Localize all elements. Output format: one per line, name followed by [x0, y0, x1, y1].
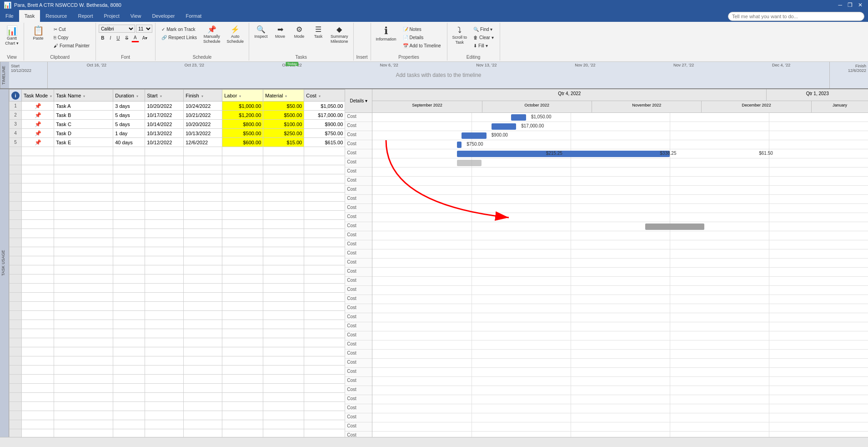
- format-painter-button[interactable]: 🖌 Format Painter: [51, 42, 92, 50]
- col-header-details[interactable]: Details ▾: [345, 89, 372, 112]
- tab-file[interactable]: File: [0, 10, 19, 22]
- empty-mode-14: [22, 274, 54, 284]
- underline-button[interactable]: U: [114, 34, 122, 42]
- empty-cost-3: [304, 174, 345, 183]
- col-header-taskmode[interactable]: Task Mode ▾: [22, 90, 54, 102]
- empty-start-23: [145, 356, 184, 366]
- details-cell-27: Cost: [345, 359, 372, 368]
- gantt-row-34: [372, 422, 868, 432]
- task-labor-4: $500.00: [222, 129, 263, 138]
- empty-dur-5: [113, 193, 145, 202]
- notes-button[interactable]: 📝 Notes: [401, 25, 443, 33]
- task-name-3: Task C: [54, 120, 113, 129]
- copy-button[interactable]: ⎘ Copy: [51, 34, 92, 41]
- font-color-a-button[interactable]: A: [131, 34, 139, 42]
- tab-project[interactable]: Project: [98, 10, 125, 22]
- strikethrough-button[interactable]: S: [123, 34, 130, 42]
- empty-dur-2: [113, 165, 145, 174]
- tab-task[interactable]: Task: [19, 10, 40, 22]
- gantt-cost-3: $900.00: [492, 132, 508, 137]
- task-material-1: $50.00: [263, 102, 304, 111]
- empty-dur-18: [113, 311, 145, 320]
- ribbon-group-font: Calibri 11 B I U S A A▾ Font: [96, 23, 156, 61]
- font-highlight-button[interactable]: A▾: [140, 34, 150, 42]
- col-header-duration[interactable]: Duration ▾: [113, 90, 145, 102]
- italic-button[interactable]: I: [107, 34, 113, 42]
- respect-links-button[interactable]: 🔗 Respect Links: [159, 34, 199, 41]
- empty-finish-29: [184, 411, 222, 420]
- empty-cost-14: [304, 274, 345, 284]
- auto-schedule-button[interactable]: ⚡ AutoSchedule: [224, 25, 246, 46]
- maximize-button[interactable]: ❐: [846, 2, 854, 8]
- clipboard-small-group: ✂ Cut ⎘ Copy 🖌 Format Painter: [50, 25, 93, 51]
- minimize-button[interactable]: ─: [836, 2, 844, 8]
- ribbon-search-input[interactable]: [728, 12, 864, 21]
- mark-on-track-button[interactable]: ✓ Mark on Track: [159, 25, 199, 33]
- font-size-select[interactable]: 11: [136, 25, 152, 33]
- gantt-row-4: $215.25$338.25$61.50: [372, 149, 868, 158]
- font-name-select[interactable]: Calibri: [99, 25, 135, 33]
- empty-row-num-11: [10, 247, 22, 256]
- info-button[interactable]: i: [11, 91, 20, 100]
- task-material-3: $100.00: [263, 120, 304, 129]
- col-header-finish[interactable]: Finish ▾: [184, 90, 222, 102]
- bold-button[interactable]: B: [99, 34, 106, 42]
- gantt-row-32: [372, 404, 868, 413]
- empty-start-0: [145, 147, 184, 156]
- tab-resource[interactable]: Resource: [40, 10, 72, 22]
- tab-view[interactable]: View: [125, 10, 147, 22]
- empty-material-5: [263, 193, 304, 202]
- summary-milestone-button[interactable]: ◆ SummaryMilestone: [328, 25, 351, 46]
- empty-material-17: [263, 302, 304, 311]
- clear-button[interactable]: 🗑 Clear ▾: [471, 34, 496, 41]
- empty-material-3: [263, 174, 304, 183]
- empty-finish-20: [184, 329, 222, 338]
- paste-button[interactable]: 📋 Paste: [27, 25, 50, 42]
- fill-button[interactable]: ⬇ Fill ▾: [471, 42, 496, 50]
- empty-finish-8: [184, 220, 222, 229]
- empty-dur-26: [113, 384, 145, 393]
- task-button[interactable]: ☰ Task: [309, 25, 327, 41]
- move-button[interactable]: ➡ Move: [271, 25, 289, 41]
- empty-name-12: [54, 256, 113, 265]
- details-cell-30: Cost: [345, 386, 372, 395]
- empty-mode-15: [22, 284, 54, 293]
- empty-labor-25: [222, 375, 263, 384]
- scroll-to-task-button[interactable]: ⤵ Scroll toTask: [450, 25, 470, 46]
- col-header-labor[interactable]: Labor ▾: [222, 90, 263, 102]
- cut-icon: ✂: [54, 27, 57, 32]
- details-cell-33: Cost: [345, 413, 372, 422]
- mode-button[interactable]: ⚙ Mode: [290, 25, 308, 41]
- inspect-button[interactable]: 🔍 Inspect: [252, 25, 270, 41]
- empty-cost-11: [304, 247, 345, 256]
- empty-name-8: [54, 220, 113, 229]
- details-button[interactable]: 📄 Details: [401, 34, 443, 41]
- tab-format[interactable]: Format: [181, 10, 207, 22]
- empty-dur-7: [113, 211, 145, 220]
- find-button[interactable]: 🔍 Find ▾: [471, 25, 496, 33]
- empty-name-11: [54, 247, 113, 256]
- empty-start-8: [145, 220, 184, 229]
- gantt-chart-button[interactable]: 📊 GanttChart ▾: [3, 25, 21, 47]
- col-header-taskname[interactable]: Task Name ▾: [54, 90, 113, 102]
- gantt-row-21: [372, 304, 868, 313]
- manually-schedule-button[interactable]: 📌 ManuallySchedule: [201, 25, 223, 46]
- details-cell-31: Cost: [345, 395, 372, 404]
- empty-material-30: [263, 420, 304, 429]
- tab-developer[interactable]: Developer: [146, 10, 180, 22]
- add-to-timeline-button[interactable]: 📅 Add to Timeline: [401, 42, 443, 50]
- col-header-material[interactable]: Material ▾: [263, 90, 304, 102]
- cut-button[interactable]: ✂ Cut: [51, 25, 92, 33]
- empty-start-17: [145, 302, 184, 311]
- close-button[interactable]: ✕: [856, 2, 864, 8]
- information-button[interactable]: ℹ Information: [374, 25, 399, 43]
- gantt-row-2: $900.00: [372, 131, 868, 140]
- col-header-start[interactable]: Start ▾: [145, 90, 184, 102]
- gantt-row-8: [372, 186, 868, 195]
- task-finish-5: 12/6/2022: [184, 138, 222, 147]
- empty-name-5: [54, 193, 113, 202]
- tab-report[interactable]: Report: [72, 10, 98, 22]
- empty-name-13: [54, 265, 113, 274]
- properties-small-group: 📝 Notes 📄 Details 📅 Add to Timeline: [400, 25, 444, 51]
- col-header-cost[interactable]: Cost ▾: [304, 90, 345, 102]
